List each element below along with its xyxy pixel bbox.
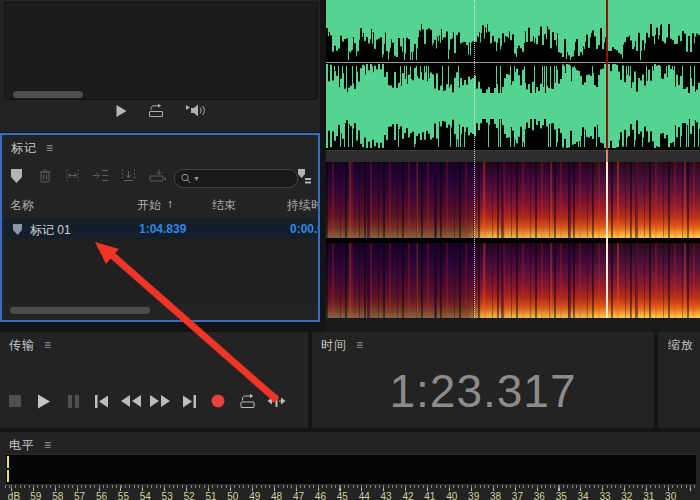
column-name[interactable]: 名称 [10,197,34,214]
loop-icon [238,393,257,409]
range-export-icon [120,168,137,183]
level-indicator-right [7,470,9,482]
loop-playback-button[interactable] [238,392,256,410]
column-end[interactable]: 结束 [212,197,236,214]
spectrogram-left-channel[interactable] [326,162,700,238]
record-button[interactable] [209,392,227,410]
current-time-display[interactable]: 1:23.317 [312,364,654,418]
file-preview-area[interactable] [4,2,318,100]
transport-panel: 传输≡ [0,332,308,428]
spectrogram-right-channel[interactable] [326,243,700,318]
column-start[interactable]: 开始 [137,197,161,214]
marker-duration: 0:00.000 [290,222,320,236]
fast-forward-icon [150,395,170,407]
merge-markers-icon [64,168,81,183]
marker-flag-icon [10,168,23,184]
panel-menu-icon[interactable]: ≡ [46,141,54,155]
skip-selection-button[interactable] [267,392,285,410]
loop-icon [147,103,165,118]
skip-selection-icon [266,394,287,408]
markers-panel: 标记≡ [0,133,320,322]
insert-into-playlist-button[interactable] [92,168,109,183]
delete-marker-button[interactable] [38,168,52,184]
speaker-icon [185,103,206,118]
editor-bottom-strip [326,318,700,332]
export-markers-range-button[interactable] [120,168,137,183]
levels-panel-title: 电平 [9,438,35,452]
markers-h-scrollbar[interactable] [10,307,150,314]
record-icon [211,394,225,408]
search-icon [180,173,192,185]
marker-search-input[interactable] [200,173,292,185]
add-marker-button[interactable] [10,168,23,184]
marker-start-time: 1:04.839 [139,222,186,236]
levels-panel: 电平≡ dB5958575655545352515049484746454443… [0,432,700,500]
transport-panel-title: 传输 [9,338,35,352]
marker-row[interactable]: 标记 01 1:04.839 0:00.000 [4,219,320,239]
time-panel: 时间≡ 1:23.317 [312,332,654,428]
level-indicator-left [7,456,9,468]
files-h-scrollbar[interactable] [13,91,83,98]
markers-panel-header: 标记≡ [11,140,54,157]
pause-icon [68,395,79,408]
marker-name: 标记 01 [30,222,71,239]
play-button[interactable] [35,392,53,410]
selection-start-indicator [474,0,475,318]
insert-list-icon [92,168,109,183]
go-to-end-button[interactable] [180,392,198,410]
level-meter-scale: dB59585756555453525150494847464544434241… [3,491,682,500]
time-panel-header: 时间≡ [321,337,364,354]
stop-button[interactable] [6,392,24,410]
marker-filter-button[interactable] [296,168,312,184]
zoom-panel-title: 缩放 [668,338,694,352]
stereo-waveform[interactable] [326,0,700,150]
panel-menu-icon[interactable]: ≡ [356,338,364,352]
waveform-spectral-divider[interactable] [326,150,700,162]
search-options-caret-icon[interactable]: ▼ [193,175,200,182]
column-duration[interactable]: 持续时间 [287,197,320,214]
export-audio-icon [148,168,166,183]
merge-markers-button[interactable] [64,168,81,183]
skip-end-icon [182,395,196,408]
preview-loop-button[interactable] [147,103,165,118]
pause-button[interactable] [64,392,82,410]
levels-panel-header: 电平≡ [9,437,52,454]
rewind-icon [121,395,141,407]
marker-search-box[interactable]: ▼ [174,169,298,188]
level-meter[interactable] [6,454,696,485]
zoom-panel: 缩放 [658,332,700,428]
files-preview-panel [0,0,320,132]
preview-play-button[interactable] [115,104,127,118]
stop-icon [9,395,21,407]
fast-forward-button[interactable] [151,392,169,410]
marker-filter-icon [296,168,312,184]
rewind-button[interactable] [122,392,140,410]
panel-menu-icon[interactable]: ≡ [44,438,52,452]
skip-start-icon [95,395,109,408]
markers-table-header: 名称 开始 ↑ 结束 持续时间 [2,197,320,215]
waveform-editor[interactable] [326,0,700,332]
markers-list: 标记 01 1:04.839 0:00.000 [4,217,320,303]
zoom-panel-header: 缩放 [668,337,694,354]
transport-panel-header: 传输≡ [9,337,52,354]
go-to-start-button[interactable] [93,392,111,410]
playhead-line[interactable] [606,0,608,318]
sort-ascending-icon: ↑ [167,197,173,211]
play-icon [115,104,127,118]
panel-menu-icon[interactable]: ≡ [44,338,52,352]
marker-flag-icon [12,223,23,236]
play-icon [37,394,51,409]
export-markers-audio-button[interactable] [148,168,166,183]
markers-panel-title: 标记 [11,141,37,155]
trash-icon [38,168,52,184]
preview-autoplay-button[interactable] [185,103,206,118]
time-panel-title: 时间 [321,338,347,352]
